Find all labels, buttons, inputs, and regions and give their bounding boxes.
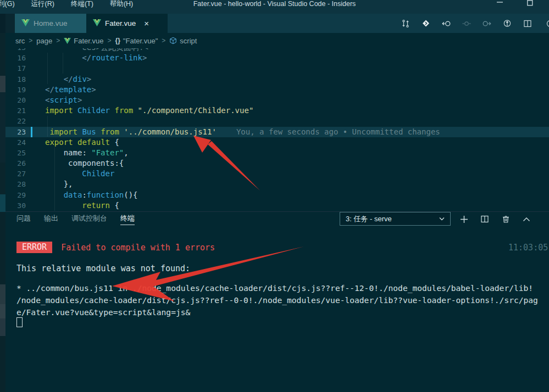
title-bar: 到(G)运行(R)终端(T)帮助(H) Fater.vue - hello-wo… — [0, 0, 549, 14]
token: template — [54, 85, 91, 94]
open-changes-icon[interactable] — [422, 19, 430, 28]
maximize-icon[interactable] — [526, 0, 534, 7]
terminal-select-value: 3: 任务 - serve — [346, 214, 392, 224]
code-line-16[interactable]: 16</router-link> — [0, 53, 549, 63]
panel-tab-1[interactable]: 输出 — [44, 214, 58, 225]
tab-home-vue[interactable]: Home.vue — [15, 14, 86, 33]
breadcrumb-item-1[interactable]: page — [36, 37, 52, 45]
code-line-19[interactable]: 19</template> — [0, 85, 549, 95]
code-line-23[interactable]: 23import Bus from '../common/bus.js11'Yo… — [0, 127, 549, 137]
breadcrumb-item-0[interactable]: src — [15, 37, 25, 45]
code-line-17[interactable]: 17 — [0, 63, 549, 74]
module-path-line: e/Fater.vue?vue&type=script&lang=js& — [16, 306, 538, 318]
terminal-output[interactable]: ERROR Failed to compile with 1 errors 11… — [0, 227, 549, 392]
token: , — [124, 148, 128, 157]
tab-fater-vue[interactable]: Fater.vue × — [86, 14, 168, 33]
code-text: }, — [45, 179, 73, 189]
tab-label: Fater.vue — [105, 19, 136, 27]
code-line-22[interactable]: 22 — [0, 116, 549, 126]
code-line-20[interactable]: 20<script> — [0, 95, 549, 105]
module-path-text: * ../common/bus.js11 in ./node_modules/c… — [16, 282, 538, 318]
token: from — [101, 127, 124, 136]
code-text: export default { — [45, 137, 119, 148]
code-text: import Bus from '../common/bus.js11'You,… — [45, 127, 440, 137]
code-line-26[interactable]: 26components:{ — [0, 158, 549, 169]
token: Childer — [77, 106, 114, 115]
breadcrumb-label: src — [15, 37, 25, 45]
code-line-21[interactable]: 21import Childer from "./component/Child… — [0, 105, 549, 116]
error-badge: ERROR — [16, 242, 52, 253]
code-line-30[interactable]: 30return { — [0, 200, 549, 211]
run-task-icon[interactable] — [503, 19, 512, 28]
error-message: Failed to compile with 1 errors — [61, 243, 215, 253]
breadcrumb-label: "Fater.vue" — [123, 37, 158, 45]
token: Bus — [82, 127, 101, 136]
navigate-back-icon[interactable] — [442, 19, 451, 28]
kill-terminal-icon[interactable] — [501, 215, 510, 223]
token: div — [73, 75, 87, 83]
token: { — [114, 201, 119, 210]
code-text: </template> — [45, 85, 96, 95]
chevron-down-icon — [439, 217, 445, 221]
vue-logo-icon — [64, 38, 71, 44]
editor-tab-bar: Home.vue Fater.vue × — [0, 14, 549, 33]
token: "./component/Childer.vue" — [138, 106, 254, 115]
token: script — [49, 96, 77, 104]
breadcrumb-item-4[interactable]: script — [169, 37, 197, 45]
git-compare-icon[interactable] — [401, 19, 410, 28]
token: (){ — [124, 191, 137, 199]
git-added-indicator — [31, 127, 32, 137]
code-line-25[interactable]: 25name: "Fater", — [0, 148, 549, 158]
window-controls — [496, 0, 534, 7]
breadcrumb-label: Fater.vue — [74, 37, 103, 45]
split-terminal-icon[interactable] — [480, 215, 489, 223]
token: export default — [45, 138, 114, 147]
code-text: return { — [45, 200, 119, 211]
token: data — [64, 191, 82, 199]
token: </ — [82, 53, 91, 62]
breadcrumb-label: script — [180, 37, 197, 45]
token: '../common/bus.js11' — [124, 127, 217, 136]
indent-guide — [47, 53, 48, 84]
code-line-29[interactable]: 29data:function(){ — [0, 190, 549, 200]
module-path-line: * ../common/bus.js11 in ./node_modules/c… — [16, 282, 538, 294]
close-icon[interactable]: × — [144, 20, 149, 27]
code-editor[interactable]: 15ces>去此页面啊!<16</router-link>1718</div>1… — [0, 48, 549, 211]
more-actions-icon[interactable] — [544, 19, 549, 28]
current-location-icon[interactable] — [462, 19, 471, 28]
token: }, — [64, 180, 73, 188]
module-not-found-text: This relative module was not found: — [16, 264, 190, 273]
breadcrumb-item-2[interactable]: Fater.vue — [64, 37, 103, 45]
code-line-18[interactable]: 18</div> — [0, 74, 549, 85]
code-line-28[interactable]: 28}, — [0, 179, 549, 189]
navigate-forward-icon[interactable] — [483, 19, 491, 28]
panel-tab-2[interactable]: 调试控制台 — [71, 214, 107, 225]
code-line-15[interactable]: 15ces>去此页面啊!< — [0, 48, 549, 53]
code-text: ces>去此页面啊!< — [45, 48, 148, 53]
breadcrumb-item-3[interactable]: {}"Fater.vue" — [115, 37, 158, 45]
token: </ — [64, 75, 73, 83]
token: { — [114, 138, 119, 147]
breadcrumb-separator: > — [29, 37, 32, 44]
indent-guide — [54, 147, 55, 211]
token: : — [82, 148, 91, 157]
window-title: Fater.vue - hello-world - Visual Studio … — [0, 0, 549, 8]
terminal-select[interactable]: 3: 任务 - serve — [340, 212, 451, 226]
code-line-24[interactable]: 24export default { — [0, 137, 549, 148]
token: :{ — [114, 159, 124, 167]
braces-icon: {} — [115, 37, 120, 44]
module-cube-icon — [169, 37, 177, 44]
panel-tab-3[interactable]: 终端 — [120, 214, 135, 225]
panel-tab-0[interactable]: 问题 — [16, 214, 31, 225]
module-path-line: /node_modules/cache-loader/dist/cjs.js??… — [16, 294, 538, 306]
minimize-icon[interactable] — [496, 0, 504, 7]
code-line-27[interactable]: 27Childer — [0, 169, 549, 179]
panel-tabs: 问题输出调试控制台终端 — [16, 212, 135, 226]
new-terminal-icon[interactable] — [459, 215, 468, 223]
code-text: name: "Fater", — [45, 148, 129, 158]
maximize-panel-icon[interactable] — [522, 215, 531, 223]
split-editor-icon[interactable] — [523, 19, 532, 28]
vue-logo-icon — [21, 19, 30, 28]
code-text: data:function(){ — [45, 190, 138, 200]
vue-logo-icon — [93, 19, 101, 28]
